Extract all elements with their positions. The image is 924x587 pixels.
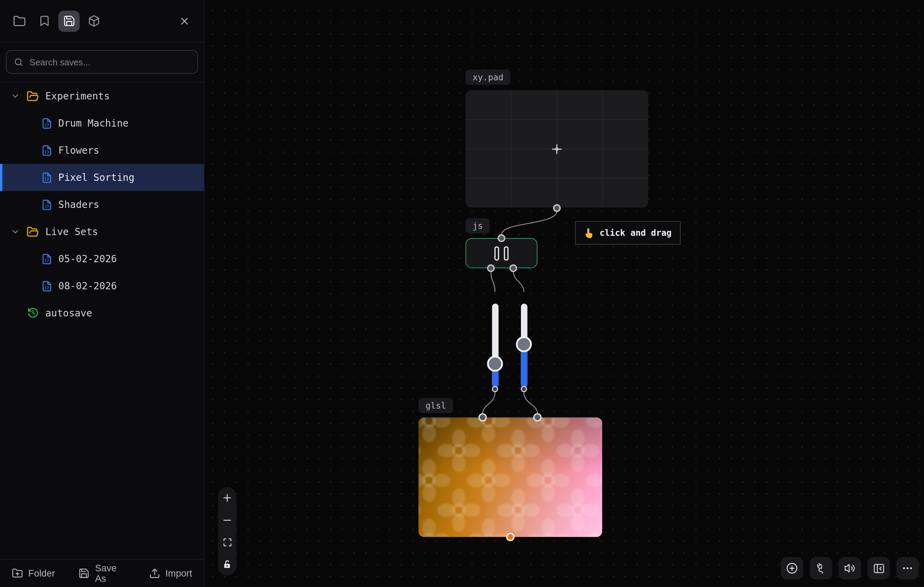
- tree-item-label: Flowers: [58, 145, 99, 156]
- wire-slider-right-to-glsl: [524, 392, 538, 414]
- save-as-label: Save As: [95, 563, 125, 584]
- save-icon: [63, 15, 76, 27]
- tree-item-label: Shaders: [58, 199, 99, 210]
- bookmarks-tab-button[interactable]: [34, 10, 55, 31]
- folder-plus-icon: [12, 567, 23, 579]
- file-code-icon: {}: [41, 145, 53, 156]
- wire-slider-left-to-glsl: [482, 392, 495, 414]
- connections-button[interactable]: [810, 557, 832, 579]
- tree-folder-label: Live Sets: [46, 226, 98, 237]
- app-window: Experiments {} Drum Machine {} Flowers {…: [0, 0, 924, 587]
- tree-item-label: Pixel Sorting: [58, 172, 135, 183]
- patch-canvas[interactable]: xy.pad js click and drag: [205, 0, 924, 587]
- history-icon: [27, 307, 39, 319]
- xy-pad-node[interactable]: [465, 90, 648, 207]
- glsl-node-preview[interactable]: [419, 417, 602, 537]
- new-folder-button[interactable]: Folder: [12, 567, 55, 579]
- glsl-node-label: glsl: [419, 398, 453, 413]
- svg-text:{}: {}: [45, 258, 49, 262]
- slider-left-thumb[interactable]: [487, 356, 503, 372]
- new-folder-label: Folder: [28, 568, 55, 579]
- xy-pad-node-label: xy.pad: [465, 69, 510, 85]
- sidebar-toolbar: [0, 0, 204, 43]
- save-icon: [79, 567, 90, 579]
- slider-right-thumb[interactable]: [516, 336, 532, 352]
- add-node-button[interactable]: [781, 557, 803, 579]
- tree-item-flowers[interactable]: {} Flowers: [0, 137, 204, 164]
- folder-open-icon: [26, 90, 39, 103]
- folder-tab-button[interactable]: [9, 10, 30, 31]
- zoom-out-button[interactable]: [222, 515, 232, 526]
- zoom-controls: [218, 487, 236, 575]
- fit-view-button[interactable]: [223, 537, 232, 547]
- tree-item-autosave[interactable]: autosave: [0, 299, 204, 327]
- slider-right-fill: [521, 348, 527, 387]
- slider-right[interactable]: [521, 304, 527, 387]
- search-icon: [13, 57, 24, 67]
- js-node[interactable]: [465, 238, 538, 268]
- tree-item-drum-machine[interactable]: {} Drum Machine: [0, 109, 204, 137]
- svg-text:{}: {}: [45, 149, 49, 154]
- close-sidebar-button[interactable]: [174, 10, 195, 31]
- file-code-icon: {}: [41, 117, 53, 129]
- wire-pad-to-js: [502, 211, 557, 235]
- search-section: [0, 43, 204, 83]
- saves-sidebar: Experiments {} Drum Machine {} Flowers {…: [0, 0, 205, 587]
- ellipsis-icon: [901, 562, 914, 574]
- import-button[interactable]: Import: [149, 567, 192, 579]
- volume-icon: [843, 562, 856, 574]
- svg-text:{}: {}: [45, 122, 49, 127]
- tree-item-label: Drum Machine: [58, 117, 129, 129]
- hint-tooltip: click and drag: [575, 221, 680, 245]
- toggle-sidebar-button[interactable]: [867, 557, 889, 579]
- tree-item-08-02-2026[interactable]: {} 08-02-2026: [0, 272, 204, 299]
- chevron-down-icon[interactable]: [11, 91, 20, 101]
- zoom-in-button[interactable]: [222, 493, 232, 503]
- unplug-icon: [815, 562, 827, 574]
- tree-folder-label: Experiments: [46, 91, 110, 101]
- more-options-button[interactable]: [896, 557, 919, 579]
- chevron-down-icon[interactable]: [11, 227, 20, 236]
- pause-icon: [504, 246, 508, 260]
- import-label: Import: [165, 568, 192, 579]
- hint-tooltip-text: click and drag: [600, 228, 672, 238]
- tree-folder-live-sets[interactable]: Live Sets: [0, 218, 204, 245]
- file-code-icon: {}: [41, 199, 53, 210]
- tree-item-shaders[interactable]: {} Shaders: [0, 191, 204, 218]
- tree-item-05-02-2026[interactable]: {} 05-02-2026: [0, 245, 204, 272]
- tree-item-label: autosave: [46, 308, 92, 319]
- file-code-icon: {}: [41, 253, 53, 264]
- folder-open-icon: [26, 225, 39, 238]
- file-code-icon: {}: [41, 172, 53, 183]
- assets-tab-button[interactable]: [83, 10, 104, 31]
- search-box: [6, 50, 198, 74]
- saves-tree: Experiments {} Drum Machine {} Flowers {…: [0, 83, 204, 559]
- save-as-button[interactable]: Save As: [79, 563, 125, 584]
- saves-tab-button[interactable]: [58, 10, 79, 31]
- tree-item-label: 08-02-2026: [58, 280, 117, 291]
- search-input[interactable]: [30, 57, 190, 67]
- audio-button[interactable]: [838, 557, 861, 579]
- circle-plus-icon: [785, 562, 799, 574]
- tree-folder-experiments[interactable]: Experiments: [0, 83, 204, 109]
- canvas-action-bar: [781, 557, 919, 579]
- wire-js-to-slider-left: [491, 271, 495, 292]
- js-node-label: js: [465, 218, 490, 233]
- flower-pattern: [419, 417, 602, 537]
- xy-pad-crosshair-handle[interactable]: [551, 143, 563, 155]
- wire-js-to-slider-right: [513, 271, 524, 292]
- svg-text:{}: {}: [45, 285, 49, 289]
- lock-open-icon-button[interactable]: [222, 559, 232, 570]
- folder-icon: [13, 15, 26, 28]
- bookmark-icon: [38, 15, 50, 27]
- tree-item-pixel-sorting[interactable]: {} Pixel Sorting: [0, 164, 204, 191]
- svg-text:{}: {}: [45, 203, 49, 208]
- pause-icon: [494, 246, 499, 260]
- slider-left[interactable]: [492, 304, 498, 387]
- sidebar-footer: Folder Save As Import: [0, 559, 204, 587]
- close-icon: [179, 15, 190, 27]
- upload-icon: [149, 567, 160, 579]
- package-icon: [87, 15, 100, 27]
- pointing-up-hand-icon: [584, 227, 594, 238]
- file-code-icon: {}: [41, 280, 53, 291]
